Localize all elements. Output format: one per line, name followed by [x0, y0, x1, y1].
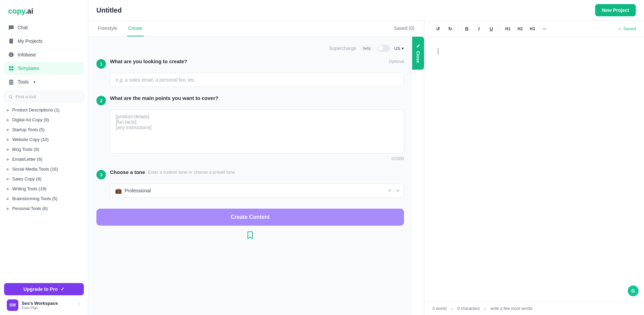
tone-emoji-icon: 💼 — [115, 188, 122, 194]
category-arrow-icon: ▶ — [7, 128, 10, 132]
sidebar-item-chat[interactable]: Chat — [4, 21, 84, 34]
workspace-chevron-icon[interactable]: ⌃ — [78, 303, 81, 308]
list-item[interactable]: ▶ Website Copy (10) — [4, 135, 84, 144]
search-input[interactable] — [16, 94, 79, 99]
text-editor-content[interactable]: G — [424, 37, 644, 302]
projects-icon — [8, 38, 14, 44]
step3-header: 3 Choose a tone Enter a custom tone or c… — [96, 169, 404, 179]
category-arrow-icon: ▶ — [7, 138, 10, 141]
category-arrow-icon: ▶ — [7, 177, 10, 181]
tone-chevron-button[interactable]: ▾ — [397, 188, 399, 193]
bold-button[interactable]: B — [461, 23, 472, 34]
text-editor-panel: ↺ ↻ B I U H1 H2 H3 ··· ✓ Saved G — [424, 21, 644, 315]
create-content-button[interactable]: Create Content — [96, 209, 404, 226]
list-item[interactable]: ▶ Digital Ad Copy (9) — [4, 115, 84, 125]
sidebar-nav: Chat My Projects Infobase Templates Tool… — [0, 21, 88, 88]
lang-chevron-icon: ▾ — [402, 46, 404, 51]
category-arrow-icon: ▶ — [7, 167, 10, 171]
infobase-icon — [8, 52, 14, 58]
category-arrow-icon: ▶ — [7, 197, 10, 200]
tone-row: Choose a tone Enter a custom tone or cho… — [110, 169, 235, 175]
form-main-row: Supercharge beta US ▾ — [88, 37, 424, 315]
step2-textarea-wrapper: 0/1500 — [110, 109, 404, 161]
tone-selector[interactable]: 💼 Professional × ▾ — [110, 183, 404, 198]
undo-button[interactable]: ↺ — [433, 23, 443, 34]
sidebar-item-my-projects[interactable]: My Projects — [4, 35, 84, 48]
check-icon: ✓ — [618, 26, 622, 31]
step2-header: 2 What are the main points you want to c… — [96, 95, 404, 105]
h3-button[interactable]: H3 — [527, 23, 538, 34]
svg-line-5 — [11, 97, 12, 98]
tools-chevron-icon: ▾ — [34, 80, 36, 84]
supercharge-toggle[interactable] — [377, 45, 390, 52]
editor-cursor — [438, 48, 438, 55]
form-step2: 2 What are the main points you want to c… — [96, 95, 404, 161]
category-arrow-icon: ▶ — [7, 147, 10, 151]
search-icon — [8, 94, 13, 99]
list-item[interactable]: ▶ Social Media Tools (16) — [4, 164, 84, 174]
list-item[interactable]: ▶ Personal Tools (6) — [4, 204, 84, 213]
form-panel: Supercharge beta US ▾ — [88, 37, 412, 315]
content-area: Freestyle Create Saved (0) Superc — [88, 21, 644, 315]
form-step1: 1 What are you looking to create? Option… — [96, 58, 404, 87]
sidebar-item-tools[interactable]: Tools ▾ — [4, 75, 84, 88]
svg-rect-1 — [12, 66, 13, 68]
saved-status: ✓ Saved — [618, 26, 636, 31]
step3-tone-wrapper: 💼 Professional × ▾ — [110, 183, 404, 198]
language-selector[interactable]: US ▾ — [394, 46, 404, 51]
grammarly-button[interactable]: G — [628, 285, 639, 296]
create-what-input[interactable] — [110, 73, 404, 87]
editor-footer: 0 words ● 0 characters ● write a few mor… — [424, 302, 644, 315]
templates-icon — [8, 65, 14, 71]
category-arrow-icon: ▶ — [7, 187, 10, 191]
redo-button[interactable]: ↻ — [445, 23, 456, 34]
h1-button[interactable]: H1 — [502, 23, 513, 34]
sidebar-bottom: Upgrade to Pro ✓ SW Ses's Workspace Free… — [0, 279, 88, 315]
close-panel: Close — [412, 37, 424, 315]
underline-button[interactable]: U — [486, 23, 497, 34]
close-panel-button[interactable]: Close — [412, 37, 424, 70]
svg-rect-0 — [9, 66, 11, 68]
workspace-row[interactable]: SW Ses's Workspace Free Plan ⌃ — [4, 295, 84, 311]
list-item[interactable]: ▶ Product Descriptions (1) — [4, 105, 84, 115]
editor-panel: Freestyle Create Saved (0) Superc — [88, 21, 424, 315]
tools-list: ▶ Product Descriptions (1) ▶ Digital Ad … — [0, 105, 88, 279]
list-item[interactable]: ▶ Email/Letter (6) — [4, 154, 84, 164]
new-project-button[interactable]: New Project — [595, 4, 636, 16]
step1-header: 1 What are you looking to create? Option… — [96, 58, 404, 69]
tab-freestyle[interactable]: Freestyle — [96, 21, 119, 36]
tab-create[interactable]: Create — [127, 21, 144, 36]
editor-toolbar: ↺ ↻ B I U H1 H2 H3 ··· ✓ Saved — [424, 21, 644, 37]
tab-saved[interactable]: Saved (0) — [392, 21, 416, 36]
step1-input-wrapper — [110, 73, 404, 87]
sidebar-item-infobase[interactable]: Infobase — [4, 48, 84, 61]
tab-bar: Freestyle Create Saved (0) — [88, 21, 424, 37]
form-step3: 3 Choose a tone Enter a custom tone or c… — [96, 169, 404, 198]
list-item[interactable]: ▶ Writing Tools (19) — [4, 184, 84, 194]
svg-rect-2 — [9, 69, 11, 70]
workspace-info: Ses's Workspace Free Plan — [22, 301, 74, 310]
logo: copy.ai — [0, 0, 88, 21]
category-arrow-icon: ▶ — [7, 157, 10, 161]
upgrade-button[interactable]: Upgrade to Pro ✓ — [4, 283, 84, 295]
italic-button[interactable]: I — [474, 23, 484, 34]
tools-icon — [8, 79, 14, 85]
list-item[interactable]: ▶ Sales Copy (8) — [4, 174, 84, 184]
topbar: Untitled New Project — [88, 0, 644, 21]
list-item[interactable]: ▶ Blog Tools (9) — [4, 144, 84, 154]
svg-rect-3 — [12, 69, 13, 70]
h2-button[interactable]: H2 — [515, 23, 526, 34]
more-options-button[interactable]: ··· — [539, 23, 550, 34]
tool-search-box[interactable] — [4, 91, 84, 102]
category-arrow-icon: ▶ — [7, 118, 10, 122]
main-points-textarea[interactable] — [110, 109, 404, 154]
list-item[interactable]: ▶ Startup Tools (5) — [4, 125, 84, 135]
sidebar: copy.ai Chat My Projects Infobase Templa… — [0, 0, 88, 315]
tone-clear-button[interactable]: × — [388, 188, 391, 194]
list-item[interactable]: ▶ Brainstorming Tools (5) — [4, 194, 84, 204]
category-arrow-icon: ▶ — [7, 207, 10, 210]
main-area: Untitled New Project Freestyle Create Sa… — [88, 0, 644, 315]
sidebar-item-templates[interactable]: Templates — [4, 62, 84, 75]
supercharge-bar: Supercharge beta US ▾ — [96, 45, 404, 52]
bookmark-icon — [246, 231, 254, 239]
